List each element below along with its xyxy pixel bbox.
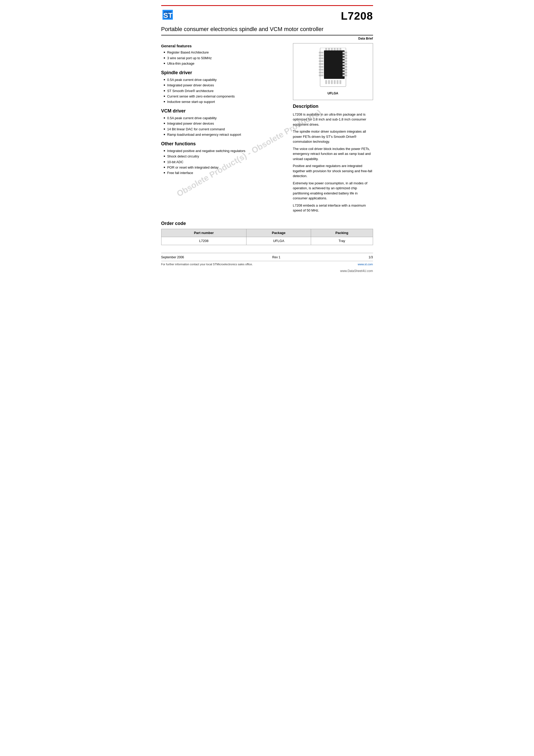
svg-rect-10 — [319, 69, 323, 70]
general-features-title: General features — [161, 43, 288, 49]
svg-rect-28 — [325, 48, 327, 50]
svg-rect-17 — [343, 63, 347, 65]
general-features-list: Register Based Architecture 3 wire seria… — [164, 50, 288, 66]
svg-rect-23 — [328, 80, 330, 84]
spindle-item: ST Smooth Drive® architecture — [164, 89, 288, 93]
spindle-driver-title: Spindle driver — [161, 69, 288, 76]
svg-rect-19 — [343, 69, 347, 70]
vcm-item: 0.5A peak current drive capability — [164, 116, 288, 121]
col-package: Package — [246, 229, 311, 237]
right-column: UFLGA Description L7208 is available in … — [293, 43, 373, 215]
svg-rect-32 — [337, 48, 339, 50]
main-title: Portable consumer electronics spindle an… — [161, 25, 373, 33]
description-para-5: L7208 embeds a serial interface with a m… — [293, 203, 373, 213]
svg-rect-16 — [343, 60, 347, 62]
svg-rect-33 — [340, 48, 341, 50]
svg-rect-25 — [334, 80, 336, 84]
spindle-item: Current sense with zero external compone… — [164, 94, 288, 99]
svg-rect-3 — [324, 50, 344, 79]
vcm-driver-title: VCM driver — [161, 108, 288, 114]
content-area: General features Register Based Architec… — [161, 43, 373, 215]
vcm-item: Integrated power driver devices — [164, 121, 288, 126]
svg-rect-13 — [343, 52, 347, 54]
table-header-row: Part number Package Packing — [161, 229, 373, 237]
left-column: General features Register Based Architec… — [161, 43, 288, 215]
svg-rect-4 — [319, 52, 323, 54]
svg-rect-27 — [340, 80, 341, 84]
svg-rect-18 — [343, 66, 347, 68]
svg-rect-9 — [319, 66, 323, 68]
spindle-item: Inductive sense start-up support — [164, 99, 288, 104]
other-item: POR or reset with integrated delay — [164, 165, 288, 170]
cell-packing: Tray — [311, 237, 373, 245]
svg-rect-29 — [328, 48, 330, 50]
footer-rev: Rev 1 — [272, 255, 280, 259]
spindle-driver-list: 0.5A peak current drive capability Integ… — [164, 78, 288, 104]
table-row: L7208 UFLGA Tray — [161, 237, 373, 245]
footer-date: September 2006 — [161, 255, 184, 259]
svg-rect-5 — [319, 55, 323, 56]
spindle-item: Integrated power driver devices — [164, 83, 288, 88]
svg-rect-7 — [319, 60, 323, 62]
cell-package: UFLGA — [246, 237, 311, 245]
svg-rect-30 — [331, 48, 333, 50]
feature-item: Ultra-thin package — [164, 61, 288, 66]
chip-image-box: UFLGA — [293, 43, 373, 100]
svg-rect-11 — [319, 72, 323, 73]
other-item: 10-bit ADC — [164, 160, 288, 164]
svg-rect-24 — [331, 80, 333, 84]
svg-text:ST: ST — [163, 12, 173, 19]
svg-rect-15 — [343, 57, 347, 59]
other-item: Integrated positive and negative switchi… — [164, 149, 288, 153]
feature-item: Register Based Architecture — [164, 50, 288, 55]
other-item: Free fall interface — [164, 171, 288, 175]
svg-rect-31 — [334, 48, 336, 50]
svg-rect-6 — [319, 57, 323, 59]
footer-area: September 2006 Rev 1 1/3 — [161, 253, 373, 259]
svg-rect-20 — [343, 72, 347, 73]
spindle-item: 0.5A peak current drive capability — [164, 78, 288, 82]
other-functions-list: Integrated positive and negative switchi… — [164, 149, 288, 175]
description-para-0: L7208 is available in an ultra-thin pack… — [293, 112, 373, 127]
description-para-2: The voice coil driver block includes the… — [293, 146, 373, 162]
col-part-number: Part number — [161, 229, 246, 237]
st-logo: ST — [161, 9, 178, 22]
description-para-4: Extremely low power consumption, in all … — [293, 181, 373, 201]
title-section: Portable consumer electronics spindle an… — [161, 25, 373, 36]
svg-rect-8 — [319, 63, 323, 65]
svg-rect-21 — [343, 74, 347, 76]
svg-rect-14 — [343, 55, 347, 56]
top-border — [161, 5, 373, 6]
part-number: L7208 — [341, 9, 373, 24]
chip-label: UFLGA — [328, 91, 338, 96]
feature-item: 3 wire serial port up to 50MHz — [164, 56, 288, 61]
vcm-item: 14 Bit linear DAC for current command — [164, 127, 288, 132]
data-brief-label: Data Brief — [161, 37, 373, 41]
description-title: Description — [293, 103, 373, 110]
svg-rect-12 — [319, 74, 323, 76]
svg-rect-26 — [337, 80, 339, 84]
chip-diagram — [310, 48, 356, 89]
order-table: Part number Package Packing L7208 UFLGA … — [161, 229, 373, 245]
header-row: ST L7208 — [161, 9, 373, 24]
description-para-3: Positive and negative regulators are int… — [293, 163, 373, 179]
footer-contact: For further information contact your loc… — [161, 262, 253, 266]
vcm-driver-list: 0.5A peak current drive capability Integ… — [164, 116, 288, 137]
order-code-title: Order code — [161, 220, 373, 227]
svg-rect-22 — [325, 80, 327, 84]
cell-part-number: L7208 — [161, 237, 246, 245]
description-para-1: The spindle motor driver subsystem integ… — [293, 129, 373, 144]
other-item: Shock detect circuitry — [164, 154, 288, 159]
order-code-section: Order code Part number Package Packing L… — [161, 220, 373, 245]
datasheet-watermark: www.DataSheet4U.com — [161, 269, 373, 273]
other-functions-title: Other functions — [161, 141, 288, 147]
vcm-item: Ramp load/unload and emergency retract s… — [164, 132, 288, 137]
footer-page: 1/3 — [369, 255, 373, 259]
col-packing: Packing — [311, 229, 373, 237]
footer-website[interactable]: www.st.com — [358, 262, 373, 266]
